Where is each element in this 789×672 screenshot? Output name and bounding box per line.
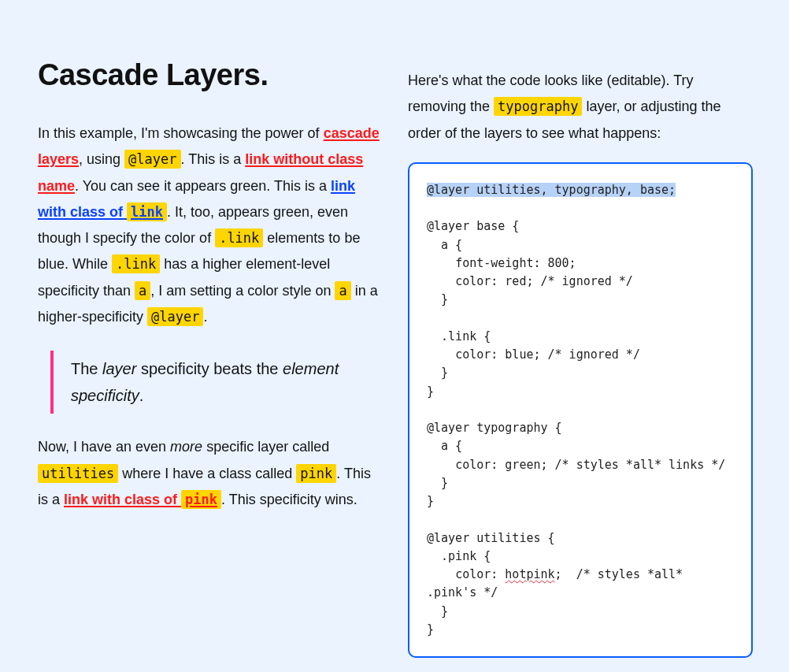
code-at-layer: @layer — [124, 150, 180, 169]
text: , I am setting a color style on — [150, 283, 335, 299]
code-a-1: a — [135, 281, 150, 300]
code-typography: typography — [494, 97, 582, 116]
code-hotpink: hotpink — [505, 567, 554, 581]
em-more: more — [170, 439, 202, 455]
code-utilities: utilities — [38, 464, 118, 483]
code-a-2: a — [335, 281, 350, 300]
code-at-layer-2: @layer — [147, 307, 203, 326]
code-selection: @layer utilities, typography, base; — [427, 183, 676, 197]
code-pink: pink — [296, 464, 336, 483]
code-link-in-link: link — [127, 202, 167, 221]
text: In this example, I'm showcasing the powe… — [38, 125, 324, 141]
code-pink-in-link: pink — [181, 490, 221, 509]
code-block-1: @layer base { a { font-weight: 800; colo… — [427, 219, 725, 581]
paragraph-2: Now, I have an even more specific layer … — [38, 434, 384, 513]
text: where I have a class called — [118, 466, 296, 481]
blockquote: The layer specificity beats the element … — [50, 351, 384, 414]
code-dotlink-1: .link — [215, 228, 263, 247]
code-dotlink-2: .link — [112, 254, 160, 273]
paragraph-1: In this example, I'm showcasing the powe… — [38, 121, 384, 330]
text: . This specificity wins. — [221, 492, 357, 507]
code-editor[interactable]: @layer utilities, typography, base; @lay… — [408, 162, 753, 658]
text: . — [139, 387, 144, 404]
link-text: link with class of — [64, 492, 181, 507]
text: specific layer called — [202, 439, 329, 455]
text: The — [71, 360, 102, 377]
em-layer: layer — [102, 360, 136, 377]
text: . This is a — [181, 151, 246, 167]
intro-paragraph: Here's what the code looks like (editabl… — [408, 68, 753, 147]
page-title: Cascade Layers. — [38, 58, 384, 92]
text: . — [203, 309, 207, 325]
text: . You can see it appears green. This is … — [75, 178, 331, 194]
link-with-class-pink[interactable]: link with class of pink — [64, 490, 221, 509]
text: specificity beats the — [136, 360, 283, 377]
text: , using — [79, 151, 124, 167]
text: Now, I have an even — [38, 439, 170, 455]
